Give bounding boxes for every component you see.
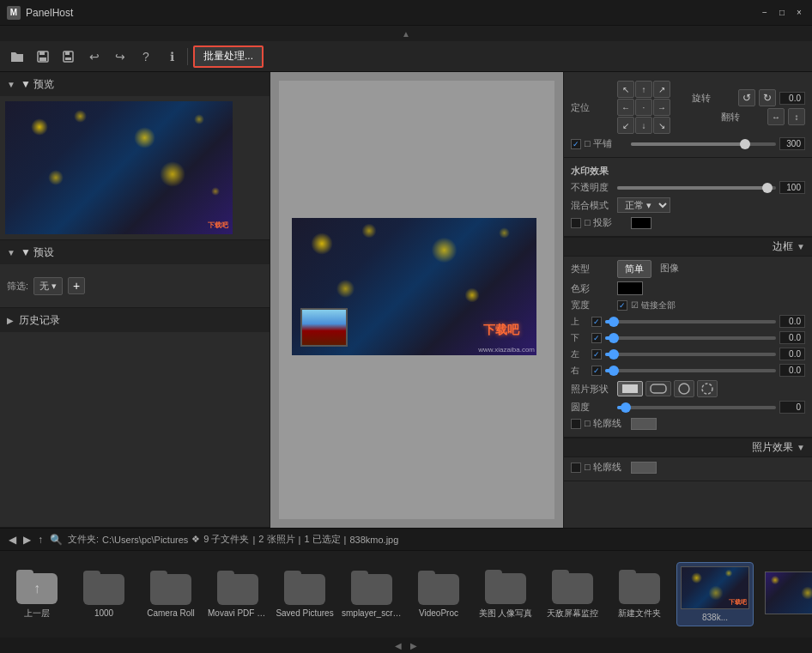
pos-up-right-button[interactable]: ↗ xyxy=(653,81,670,98)
border-label: 边框 xyxy=(773,239,793,254)
shadow-checkbox[interactable] xyxy=(571,218,581,228)
blend-mode-select[interactable]: 正常 ▾ xyxy=(617,197,670,213)
roundness-slider[interactable] xyxy=(617,406,776,409)
opacity-row: 不透明度 100 xyxy=(571,181,805,194)
type-row: 类型 简单 图像 xyxy=(571,260,805,278)
folder-1000-icon xyxy=(83,571,124,605)
pipe-sep2: | xyxy=(299,535,301,545)
border-left-checkbox[interactable] xyxy=(591,349,602,360)
folder-new-label: 新建文件夹 xyxy=(618,608,661,620)
border-right-slider[interactable] xyxy=(605,369,776,372)
toolbar-save-as-button[interactable] xyxy=(58,46,79,67)
link-all-checkbox[interactable] xyxy=(617,300,627,311)
pos-down-left-button[interactable]: ↙ xyxy=(617,117,634,134)
border-left-slider[interactable] xyxy=(605,353,776,356)
folder-meitu[interactable]: 美图 人像写真 xyxy=(476,566,536,623)
pos-up-button[interactable]: ↑ xyxy=(635,81,652,98)
fb-nav-left-button[interactable]: ◀ xyxy=(395,641,402,650)
toolbar-undo-button[interactable]: ↩ xyxy=(84,46,105,67)
filebrowser-scroll[interactable]: ↑ 上一层 1000 Camera Roll xyxy=(0,551,812,638)
flip-vertical-button[interactable]: ↕ xyxy=(788,108,805,125)
photos-count: 2 张照片 xyxy=(258,533,294,546)
up-folder-item[interactable]: ↑ 上一层 xyxy=(7,566,67,623)
folder-saved-pictures[interactable]: Saved Pictures xyxy=(275,567,335,621)
preset-add-button[interactable]: + xyxy=(68,277,85,294)
tiling-checkbox[interactable] xyxy=(571,139,581,149)
tiling-row: □ 平铺 300 xyxy=(571,137,805,150)
close-button[interactable]: × xyxy=(793,7,805,19)
minimize-button[interactable]: − xyxy=(759,7,771,19)
border-right-checkbox[interactable] xyxy=(591,366,602,376)
preset-header[interactable]: ▼ ▼ 预设 xyxy=(0,240,270,264)
toolbar-info-button[interactable]: ℹ xyxy=(161,46,182,67)
folder-new[interactable]: 新建文件夹 xyxy=(609,566,670,623)
batch-process-button[interactable]: 批量处理... xyxy=(193,45,264,68)
outline-checkbox[interactable] xyxy=(571,419,581,429)
outline-color-box[interactable] xyxy=(631,418,657,430)
svg-point-8 xyxy=(679,384,689,394)
pos-down-right-button[interactable]: ↘ xyxy=(653,117,670,134)
folder-smplayer[interactable]: smplayer_scre... xyxy=(342,567,402,621)
outline2-checkbox[interactable] xyxy=(571,463,581,473)
nav-back-button[interactable]: ◀ xyxy=(7,534,18,546)
folder-videoproc[interactable]: VideoProc xyxy=(409,567,469,621)
folder-movavi[interactable]: Movavi PDF E... xyxy=(208,567,268,621)
shadow-color-box[interactable] xyxy=(631,217,651,229)
tiling-slider[interactable] xyxy=(631,142,776,146)
preset-filter-label: 筛选: xyxy=(7,280,28,293)
pos-center-button[interactable]: · xyxy=(635,99,652,116)
image-thumb-2[interactable] xyxy=(760,568,812,621)
toolbar-redo-button[interactable]: ↪ xyxy=(110,46,130,67)
rotate-cw-button[interactable]: ↻ xyxy=(759,89,776,106)
toolbar-save-button[interactable] xyxy=(33,46,53,67)
photo-effect-section: □ 轮廓线 xyxy=(564,457,812,481)
pos-down-button[interactable]: ↓ xyxy=(635,117,652,134)
toolbar-folder-button[interactable] xyxy=(7,46,27,67)
border-collapse-icon[interactable]: ▼ xyxy=(797,242,805,251)
toolbar-help-button[interactable]: ? xyxy=(136,46,156,67)
border-top-slider[interactable] xyxy=(605,320,776,323)
opacity-slider[interactable] xyxy=(617,186,776,190)
folder-1000[interactable]: 1000 xyxy=(74,567,134,621)
flip-horizontal-button[interactable]: ↔ xyxy=(767,108,785,125)
border-bottom-row: 下 0.0 xyxy=(571,331,805,344)
shape-rounded-button[interactable] xyxy=(645,381,671,396)
canvas-area: 下载吧 www.xiazaiba.com xyxy=(279,81,554,519)
tiling-value: 300 xyxy=(779,137,805,150)
nav-forward-button[interactable]: ▶ xyxy=(21,534,33,546)
preset-filter-button[interactable]: 无 ▾ xyxy=(33,277,63,295)
folder-tiandi-label: 天敌屏幕监控 xyxy=(547,608,598,620)
border-bottom-value: 0.0 xyxy=(779,331,805,344)
maximize-button[interactable]: □ xyxy=(776,7,788,19)
folder-tiandi[interactable]: 天敌屏幕监控 xyxy=(542,566,603,623)
outline2-color-box[interactable] xyxy=(631,462,657,474)
pos-right-button[interactable]: → xyxy=(653,99,670,116)
folder-camera-roll[interactable]: Camera Roll xyxy=(141,567,201,621)
rotate-ccw-button[interactable]: ↺ xyxy=(738,89,755,106)
preview-image: 下载吧 xyxy=(5,101,233,234)
photo-effect-collapse-icon[interactable]: ▼ xyxy=(797,443,805,452)
nav-up-button[interactable]: ↑ xyxy=(36,534,45,546)
border-top-checkbox[interactable] xyxy=(591,317,602,327)
nav-search-button[interactable]: 🔍 xyxy=(48,534,64,546)
pos-left-button[interactable]: ← xyxy=(617,99,634,116)
top-nav-up-button[interactable]: ▲ xyxy=(402,29,410,39)
shape-diamond-button[interactable] xyxy=(697,380,718,397)
image-thumb-1[interactable]: 下载吧 838k... xyxy=(676,562,754,626)
pos-up-left-button[interactable]: ↖ xyxy=(617,81,634,98)
shape-circle-button[interactable] xyxy=(674,380,694,397)
shape-rect-button[interactable] xyxy=(617,381,643,396)
type-image-tab[interactable]: 图像 xyxy=(653,260,686,278)
fb-nav-right-button[interactable]: ▶ xyxy=(410,641,417,650)
history-header[interactable]: ▶ 历史记录 xyxy=(0,308,270,332)
folder-saved-pictures-label: Saved Pictures xyxy=(276,608,333,618)
preview-header[interactable]: ▼ ▼ 预览 xyxy=(0,72,270,96)
border-color-box[interactable] xyxy=(617,281,643,295)
border-bottom-slider[interactable] xyxy=(605,336,776,340)
preview-content: 下载吧 xyxy=(0,96,270,239)
blend-label: 混合模式 xyxy=(571,199,614,212)
folder-meitu-icon xyxy=(485,570,526,604)
folder-camera-roll-label: Camera Roll xyxy=(147,608,195,618)
border-bottom-checkbox[interactable] xyxy=(591,333,602,343)
type-simple-tab[interactable]: 简单 xyxy=(617,260,651,278)
